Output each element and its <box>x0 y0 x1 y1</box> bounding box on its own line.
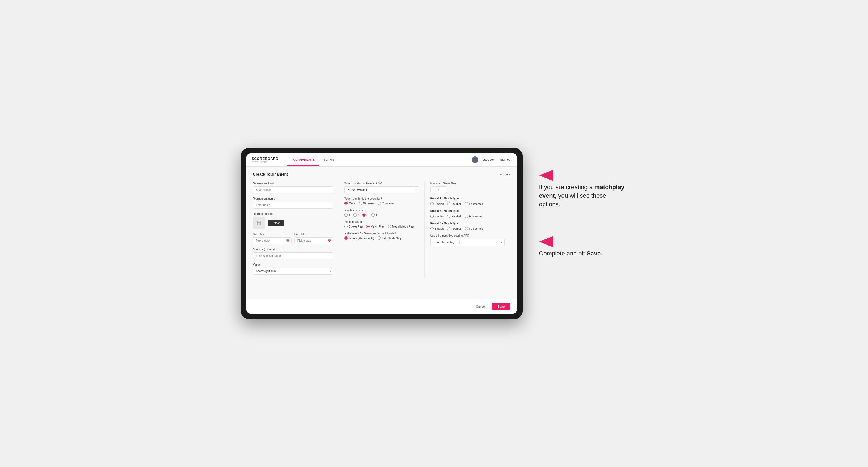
max-team-size-input[interactable] <box>430 186 447 193</box>
gender-group: Which gender is the event for? Mens Wome… <box>344 197 419 205</box>
round2-singles-radio[interactable] <box>430 215 434 218</box>
round1-match-type-group: Round 1 - Match Type Singles Fourball <box>430 197 505 206</box>
form-footer: Cancel Save <box>246 299 517 314</box>
scoring-stroke-label: Stroke Play <box>349 225 363 228</box>
scoring-medal-radio[interactable] <box>388 225 391 228</box>
tablet-screen: SCOREBOARD Powered by clippit TOURNAMENT… <box>246 153 517 314</box>
teams-label-text: Teams (+Individuals) <box>349 237 374 240</box>
round2-fourball[interactable]: Fourball <box>447 215 462 218</box>
round-2-radio[interactable] <box>353 213 357 217</box>
scoring-stroke-radio[interactable] <box>344 225 348 228</box>
teams-radio-group: Teams (+Individuals) Individuals Only <box>344 237 419 240</box>
round-3-radio[interactable] <box>362 213 366 217</box>
round3-fourball[interactable]: Fourball <box>447 227 462 230</box>
round2-foursomes-radio[interactable] <box>465 215 468 218</box>
save-button[interactable]: Save <box>492 303 510 310</box>
round-1[interactable]: 1 <box>344 213 350 217</box>
scoring-medal-match[interactable]: Medal Match Play <box>388 225 414 228</box>
scoring-medal-label: Medal Match Play <box>392 225 414 228</box>
round2-foursomes[interactable]: Foursomes <box>465 215 483 218</box>
round3-foursomes[interactable]: Foursomes <box>465 227 483 230</box>
svg-marker-1 <box>539 236 553 247</box>
annotation-top: If you are creating a matchplay event, y… <box>539 170 627 209</box>
tab-tournaments[interactable]: TOURNAMENTS <box>287 154 319 166</box>
back-button[interactable]: ← Back <box>500 173 510 176</box>
brand-logo: SCOREBOARD Powered by clippit <box>252 157 279 162</box>
scoring-stroke-play[interactable]: Stroke Play <box>344 225 363 228</box>
sponsor-group: Sponsor (optional) <box>253 248 333 259</box>
svg-marker-0 <box>539 170 553 181</box>
teams-plus-individuals[interactable]: Teams (+Individuals) <box>344 237 374 240</box>
division-label: Which division is the event for? <box>344 182 419 185</box>
gender-womens[interactable]: Womens <box>359 201 374 205</box>
annotation-bottom: Complete and hit Save. <box>539 236 627 258</box>
gender-womens-label: Womens <box>364 202 374 205</box>
sponsor-input[interactable] <box>253 252 333 259</box>
round-1-radio[interactable] <box>344 213 348 217</box>
gender-combined[interactable]: Combined <box>377 201 395 205</box>
round1-fourball-radio[interactable] <box>447 202 451 206</box>
tournament-host-input[interactable] <box>253 186 333 193</box>
api-label: Use third-party live scoring API? <box>430 234 505 237</box>
round-3[interactable]: 3 <box>362 213 368 217</box>
cancel-button[interactable]: Cancel <box>472 303 489 310</box>
round3-title: Round 3 - Match Type <box>430 222 505 225</box>
api-tag-close-icon[interactable]: ✕ <box>456 241 458 244</box>
gender-combined-radio[interactable] <box>377 201 381 205</box>
round3-singles[interactable]: Singles <box>430 227 444 230</box>
scoring-match-label: Match Play <box>371 225 384 228</box>
round-1-label: 1 <box>348 214 350 217</box>
round3-singles-radio[interactable] <box>430 227 434 230</box>
arrow-bottom-icon <box>539 236 556 247</box>
round1-fourball[interactable]: Fourball <box>447 202 462 206</box>
round2-fourball-label: Fourball <box>452 215 462 218</box>
tournament-name-input[interactable] <box>253 201 333 209</box>
individuals-radio[interactable] <box>377 237 381 240</box>
end-date-input[interactable] <box>294 237 333 244</box>
start-date-input[interactable] <box>253 237 291 244</box>
round1-foursomes-radio[interactable] <box>465 202 468 206</box>
gender-mens-radio[interactable] <box>344 201 348 205</box>
scoring-match-play[interactable]: Match Play <box>366 225 384 228</box>
round1-singles-radio[interactable] <box>430 202 434 206</box>
division-select[interactable]: NCAA Division I <box>344 186 419 193</box>
tournament-logo-group: Tournament logo 🖼 Upload <box>253 212 333 229</box>
gender-mens[interactable]: Mens <box>344 201 355 205</box>
round3-fourball-radio[interactable] <box>447 227 451 230</box>
round-4-label: 4 <box>376 214 377 217</box>
division-select-wrapper: NCAA Division I <box>344 186 419 193</box>
individuals-only[interactable]: Individuals Only <box>377 237 402 240</box>
start-date-wrapper: 📅 <box>253 237 291 244</box>
scoring-group: Scoring system Stroke Play Match Play <box>344 220 419 228</box>
venue-select[interactable]: Search golf club <box>253 268 333 275</box>
scoring-match-radio[interactable] <box>366 225 370 228</box>
tournament-logo-label: Tournament logo <box>253 212 333 215</box>
annotation-top-part1: If you are creating a <box>539 184 595 191</box>
tournament-host-group: Tournament Host <box>253 182 333 193</box>
tab-teams[interactable]: TEAMS <box>319 154 339 166</box>
rounds-group: Number of rounds 1 2 <box>344 209 419 217</box>
teams-radio[interactable] <box>344 237 348 240</box>
right-form-section: Maximum Team Size Round 1 - Match Type S… <box>425 182 510 278</box>
round-4-radio[interactable] <box>371 213 375 217</box>
tournament-name-group: Tournament name <box>253 197 333 209</box>
round2-fourball-radio[interactable] <box>447 215 451 218</box>
gender-combined-label: Combined <box>382 202 395 205</box>
api-group: Use third-party live scoring API? Leader… <box>430 234 505 246</box>
api-tag-label: Leaderboard King <box>435 241 455 244</box>
round3-foursomes-radio[interactable] <box>465 227 468 230</box>
round1-singles[interactable]: Singles <box>430 202 444 206</box>
end-date-wrapper: 📅 <box>294 237 333 244</box>
upload-button[interactable]: Upload <box>268 220 284 226</box>
round-4[interactable]: 4 <box>371 213 377 217</box>
sign-out-link[interactable]: Sign out <box>500 158 511 161</box>
round1-foursomes[interactable]: Foursomes <box>465 202 483 206</box>
api-tag-input[interactable]: Leaderboard King ✕ ▾ <box>430 239 505 246</box>
round-3-label: 3 <box>367 214 368 217</box>
round1-title: Round 1 - Match Type <box>430 197 505 200</box>
round-2[interactable]: 2 <box>353 213 359 217</box>
round2-singles[interactable]: Singles <box>430 215 444 218</box>
gender-womens-radio[interactable] <box>359 201 362 205</box>
gender-label: Which gender is the event for? <box>344 197 419 200</box>
brand-subtitle: Powered by clippit <box>252 160 279 162</box>
